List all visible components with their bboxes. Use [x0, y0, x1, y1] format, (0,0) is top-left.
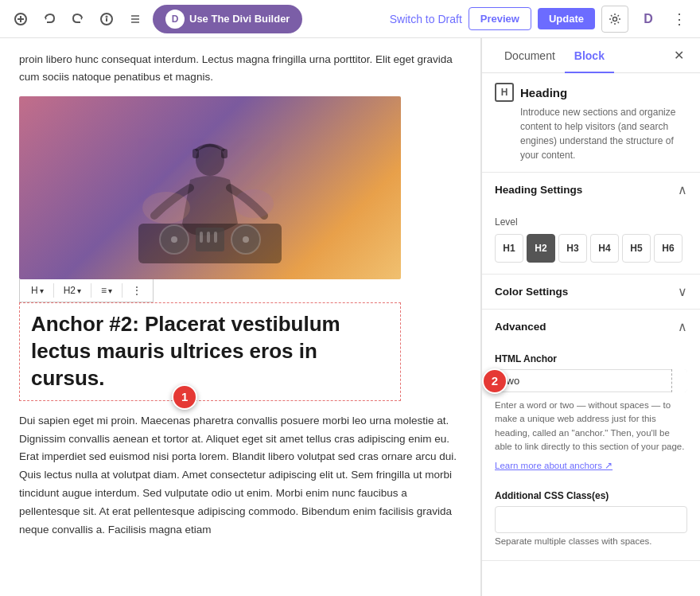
css-input[interactable]	[495, 506, 687, 533]
anchor-input-wrap: 2	[495, 369, 687, 392]
level-h1-button[interactable]: H1	[495, 234, 523, 263]
advanced-section: Advanced HTML Anchor 2 Enter a word or t…	[482, 310, 700, 561]
level-h6-button[interactable]: H6	[654, 234, 682, 263]
intro-text: proin libero hunc consequat interdum. Le…	[19, 51, 461, 85]
use-divi-builder-button[interactable]: D Use The Divi Builder	[153, 5, 302, 33]
anchor-description: Enter a word or two — without spaces — t…	[495, 399, 687, 454]
svg-point-5	[107, 16, 107, 17]
level-h3-button[interactable]: H3	[558, 234, 587, 263]
undo-button[interactable]	[38, 8, 60, 30]
tab-block[interactable]: Block	[565, 38, 614, 73]
panel-close-button[interactable]: ✕	[671, 45, 687, 66]
levels-row: H1 H2 H3 H4 H5 H6	[495, 234, 687, 263]
advanced-content: HTML Anchor 2 Enter a word or two — with…	[482, 344, 700, 560]
svg-point-22	[142, 192, 190, 224]
toolbar-divider-1	[53, 283, 54, 298]
main-toolbar: D Use The Divi Builder Switch to Draft P…	[0, 0, 700, 38]
divi-logo-button[interactable]: D	[635, 6, 662, 33]
heading-levels: Level H1 H2 H3 H4 H5 H6	[482, 207, 700, 274]
svg-rect-21	[214, 232, 217, 243]
heading-text[interactable]: Anchor #2: Placerat vestibulum lectus ma…	[31, 311, 389, 391]
step-badge-1: 1	[172, 384, 197, 410]
dj-silhouette-icon	[122, 136, 298, 279]
css-label: Additional CSS Class(es)	[495, 490, 687, 501]
editor-area: proin libero hunc consequat interdum. Le…	[0, 38, 481, 596]
css-section: Additional CSS Class(es) Separate multip…	[482, 481, 700, 557]
block-header: H Heading Introduce new sections and org…	[482, 73, 700, 173]
block-format-toolbar: H ▾ H2 ▾ ≡ ▾ ⋮	[19, 279, 154, 302]
block-toolbar-wrap: H ▾ H2 ▾ ≡ ▾ ⋮ Ancho	[19, 279, 401, 400]
more-options-button[interactable]: ⋮	[668, 8, 690, 30]
heading-level-button[interactable]: H2 ▾	[59, 282, 86, 298]
svg-point-23	[234, 189, 274, 218]
svg-rect-11	[192, 149, 199, 158]
anchor-flag	[671, 369, 687, 392]
side-panel: Document Block ✕ H Heading Introduce new…	[481, 38, 700, 596]
divi-d-icon: D	[165, 10, 185, 29]
advanced-title: Advanced	[495, 321, 546, 333]
anchor-label: HTML Anchor	[495, 353, 687, 364]
dj-image	[19, 96, 401, 279]
anchor-section: HTML Anchor 2 Enter a word or two — with…	[482, 344, 700, 481]
add-block-button[interactable]	[10, 8, 32, 30]
block-description: Introduce new sections and organize cont…	[495, 105, 687, 162]
heading-settings-toggle	[678, 182, 687, 197]
svg-rect-19	[200, 232, 203, 243]
svg-rect-12	[221, 149, 228, 158]
heading-settings-header[interactable]: Heading Settings	[482, 173, 700, 207]
image-block	[19, 96, 401, 279]
list-view-button[interactable]	[124, 8, 146, 30]
level-label: Level	[495, 216, 687, 228]
info-button[interactable]	[95, 8, 118, 30]
panel-tabs: Document Block ✕	[482, 38, 700, 73]
main-area: proin libero hunc consequat interdum. Le…	[0, 38, 700, 596]
color-settings-header[interactable]: Color Settings	[482, 275, 700, 309]
level-h4-button[interactable]: H4	[590, 234, 619, 263]
advanced-header[interactable]: Advanced	[482, 310, 700, 344]
redo-button[interactable]	[67, 8, 89, 30]
svg-point-9	[613, 17, 617, 21]
svg-point-16	[171, 236, 177, 243]
svg-rect-20	[207, 232, 210, 243]
heading-settings-section: Heading Settings Level H1 H2 H3 H4 H5 H6	[482, 173, 700, 275]
preview-button[interactable]: Preview	[469, 7, 531, 30]
toolbar-divider-3	[122, 283, 122, 298]
level-h5-button[interactable]: H5	[622, 234, 651, 263]
color-settings-toggle	[678, 284, 687, 299]
svg-point-17	[243, 236, 249, 243]
heading-settings-title: Heading Settings	[495, 184, 582, 196]
block-title-row: H Heading	[495, 83, 687, 102]
toolbar-divider-2	[91, 283, 91, 298]
step-badge-2: 2	[482, 368, 508, 394]
anchor-input[interactable]	[495, 369, 687, 392]
css-hint: Separate multiple classes with spaces.	[495, 536, 687, 546]
settings-button[interactable]	[601, 6, 628, 33]
heading-block-icon: H	[495, 83, 514, 102]
body-text: Dui sapien eget mi proin. Maecenas phare…	[19, 412, 461, 540]
heading-type-button[interactable]: H ▾	[26, 282, 49, 298]
divi-builder-label: Use The Divi Builder	[189, 13, 290, 25]
heading-block[interactable]: Anchor #2: Placerat vestibulum lectus ma…	[19, 302, 401, 400]
more-block-options-button[interactable]: ⋮	[127, 282, 146, 298]
block-name-label: Heading	[520, 86, 567, 99]
color-settings-section: Color Settings	[482, 275, 700, 310]
update-button[interactable]: Update	[538, 8, 595, 29]
color-settings-title: Color Settings	[495, 286, 568, 298]
align-button[interactable]: ≡ ▾	[96, 282, 117, 298]
switch-to-draft-button[interactable]: Switch to Draft	[390, 13, 462, 25]
tab-document[interactable]: Document	[495, 38, 565, 73]
advanced-toggle	[678, 319, 687, 334]
anchor-learn-more-link[interactable]: Learn more about anchors ↗	[495, 461, 612, 470]
level-h2-button[interactable]: H2	[527, 234, 555, 263]
